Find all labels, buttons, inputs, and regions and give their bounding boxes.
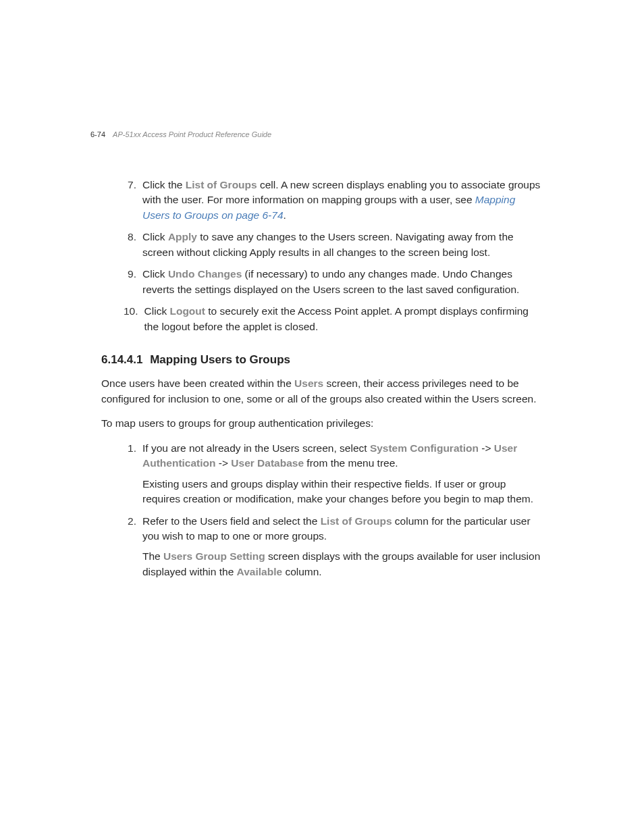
bold-term: Undo Changes	[168, 268, 242, 280]
bold-term: Logout	[169, 305, 205, 317]
list-number: 9.	[124, 267, 142, 297]
list-content: Click Logout to securely exit the Access…	[144, 304, 543, 334]
list-item: 9. Click Undo Changes (if necessary) to …	[124, 267, 543, 297]
list-item: 1. If you are not already in the Users s…	[124, 441, 543, 507]
bold-term: List of Groups	[321, 515, 392, 527]
section-title: Mapping Users to Groups	[150, 353, 290, 366]
list-number: 10.	[124, 304, 144, 334]
list-item: 10. Click Logout to securely exit the Ac…	[124, 304, 543, 334]
bold-term: System Configuration	[370, 442, 479, 454]
list-number: 2.	[124, 514, 142, 580]
list-content: Refer to the Users field and select the …	[142, 514, 543, 580]
steps-list-2: 1. If you are not already in the Users s…	[124, 441, 543, 580]
list-number: 8.	[124, 230, 142, 260]
paragraph: To map users to groups for group authent…	[101, 416, 543, 431]
doc-title: AP-51xx Access Point Product Reference G…	[113, 130, 271, 138]
sub-paragraph: The Users Group Setting screen displays …	[142, 549, 543, 579]
list-number: 1.	[124, 441, 142, 507]
bold-term: Users Group Setting	[163, 550, 265, 562]
list-content: Click the List of Groups cell. A new scr…	[142, 178, 543, 223]
sub-paragraph: Existing users and groups display within…	[142, 477, 543, 507]
bold-term: List of Groups	[186, 179, 257, 190]
section-heading: 6.14.4.1 Mapping Users to Groups	[101, 353, 543, 367]
list-item: 2. Refer to the Users field and select t…	[124, 514, 543, 580]
bold-term: Apply	[168, 231, 197, 242]
section-number: 6.14.4.1	[101, 353, 142, 366]
list-item: 8. Click Apply to save any changes to th…	[124, 230, 543, 260]
bold-term: Users	[294, 377, 323, 389]
list-item: 7. Click the List of Groups cell. A new …	[124, 178, 543, 223]
list-content: Click Undo Changes (if necessary) to und…	[142, 267, 543, 297]
page-number: 6-74	[90, 130, 105, 138]
list-content: If you are not already in the Users scre…	[142, 441, 543, 507]
page-header: 6-74 AP-51xx Access Point Product Refere…	[90, 130, 271, 138]
steps-list-1: 7. Click the List of Groups cell. A new …	[124, 178, 543, 334]
list-content: Click Apply to save any changes to the U…	[142, 230, 543, 260]
list-number: 7.	[124, 178, 142, 223]
bold-term: User Database	[231, 457, 304, 469]
paragraph: Once users have been created within the …	[101, 376, 543, 407]
bold-term: Available	[237, 566, 283, 577]
